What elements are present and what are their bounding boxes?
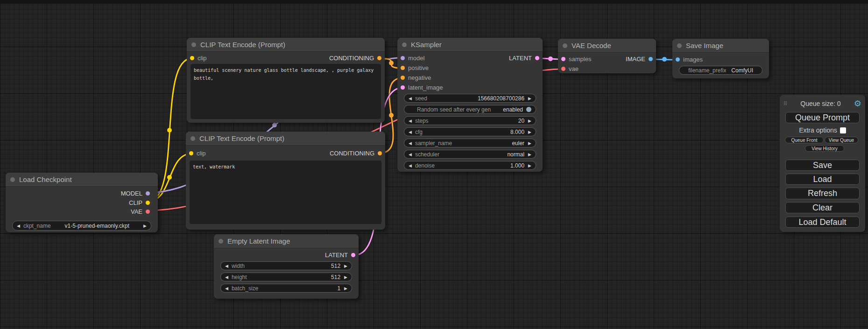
widget-scheduler[interactable]: ◀ scheduler normal ▶ (404, 150, 536, 159)
widget-denoise[interactable]: ◀ denoise 1.000 ▶ (404, 161, 536, 170)
queue-menu-panel: ⠿ Queue size: 0 ⚙ Queue Prompt Extra opt… (780, 95, 865, 232)
vae-output-dot[interactable] (146, 210, 150, 214)
clear-button[interactable]: Clear (785, 202, 860, 213)
slot-label: samples (569, 56, 591, 63)
view-history-button[interactable]: View History (805, 145, 844, 152)
collapse-dot-icon[interactable] (402, 42, 407, 47)
node-save-image: Save Image images filename_prefix ComfyU… (672, 39, 769, 78)
node-title-bar[interactable]: CLIP Text Encode (Prompt) (187, 38, 385, 52)
widget-label: seed (415, 95, 427, 102)
increment-arrow-icon[interactable]: ▶ (344, 264, 347, 268)
increment-arrow-icon[interactable]: ▶ (528, 141, 531, 146)
prompt-textarea[interactable]: beautiful scenery nature glass bottle la… (191, 64, 381, 119)
conditioning-output-dot[interactable] (377, 56, 381, 60)
decrement-arrow-icon[interactable]: ◀ (409, 96, 412, 101)
samples-input-dot[interactable] (561, 57, 565, 61)
node-title-bar[interactable]: CLIP Text Encode (Prompt) (186, 132, 385, 146)
model-output-dot[interactable] (146, 191, 150, 196)
conditioning-output-dot[interactable] (378, 151, 382, 155)
widget-sampler-name[interactable]: ◀ sampler_name euler ▶ (404, 139, 536, 147)
slot-label: latent_image (408, 84, 443, 91)
latent-image-input-dot[interactable] (401, 85, 405, 90)
load-default-button[interactable]: Load Default (785, 217, 860, 228)
widget-label: denoise (415, 162, 435, 169)
output-slot-conditioning: CONDITIONING (326, 148, 385, 158)
extra-options-checkbox[interactable] (840, 127, 846, 133)
widget-steps[interactable]: ◀ steps 20 ▶ (404, 116, 536, 125)
decrement-arrow-icon[interactable]: ◀ (225, 286, 228, 291)
refresh-button[interactable]: Refresh (785, 188, 860, 199)
widget-value: 512 (331, 274, 340, 280)
collapse-dot-icon[interactable] (191, 42, 196, 47)
latent-output-dot[interactable] (535, 56, 539, 60)
increment-arrow-icon[interactable]: ▶ (528, 163, 531, 168)
node-clip-text-encode-negative: CLIP Text Encode (Prompt) clip CONDITION… (186, 132, 385, 230)
increment-arrow-icon[interactable]: ▶ (344, 286, 347, 291)
decrement-arrow-icon[interactable]: ◀ (409, 163, 412, 168)
widget-random-seed-toggle[interactable]: Random seed after every gen enabled (404, 105, 536, 114)
output-slot-latent: LATENT (214, 250, 359, 260)
settings-gear-icon[interactable]: ⚙ (854, 99, 861, 108)
output-slot-vae: VAE (6, 207, 158, 216)
model-input-dot[interactable] (401, 56, 405, 60)
prompt-textarea[interactable]: text, watermark (190, 161, 381, 224)
widget-value: euler (512, 140, 524, 147)
clip-input-dot[interactable] (189, 151, 193, 155)
node-title: CLIP Text Encode (Prompt) (200, 41, 285, 49)
queue-front-button[interactable]: Queue Front (785, 137, 824, 143)
decrement-arrow-icon[interactable]: ◀ (409, 141, 412, 146)
collapse-dot-icon[interactable] (563, 43, 567, 48)
increment-arrow-icon[interactable]: ▶ (528, 96, 531, 101)
node-title-bar[interactable]: VAE Decode (558, 39, 656, 53)
slot-label: CONDITIONING (329, 55, 374, 62)
save-button[interactable]: Save (785, 160, 860, 171)
widget-value: enabled (503, 106, 523, 113)
widget-value: 512 (331, 263, 340, 269)
decrement-arrow-icon[interactable]: ◀ (17, 224, 20, 228)
latent-output-dot[interactable] (351, 253, 355, 257)
decrement-arrow-icon[interactable]: ◀ (409, 152, 412, 157)
node-title: KSampler (411, 41, 442, 49)
widget-ckpt-name[interactable]: ◀ ckpt_name v1-5-pruned-emaonly.ckpt ▶ (12, 221, 151, 231)
view-queue-button[interactable]: View Queue (825, 137, 858, 143)
decrement-arrow-icon[interactable]: ◀ (225, 275, 228, 280)
decrement-arrow-icon[interactable]: ◀ (409, 119, 412, 123)
queue-prompt-button[interactable]: Queue Prompt (785, 112, 860, 123)
input-slot-vae: vae (558, 64, 594, 74)
increment-arrow-icon[interactable]: ▶ (528, 130, 531, 134)
increment-arrow-icon[interactable]: ▶ (143, 224, 147, 228)
widget-batch-size[interactable]: ◀ batch_size 1 ▶ (220, 284, 352, 293)
node-title-bar[interactable]: Save Image (672, 39, 769, 53)
widget-width[interactable]: ◀ width 512 ▶ (220, 261, 352, 270)
vae-input-dot[interactable] (561, 67, 565, 71)
images-input-dot[interactable] (676, 57, 680, 62)
node-vae-decode: VAE Decode samples vae IMAGE (558, 39, 656, 73)
clip-input-dot[interactable] (190, 56, 194, 60)
widget-cfg[interactable]: ◀ cfg 8.000 ▶ (404, 127, 536, 136)
load-button[interactable]: Load (785, 174, 860, 185)
collapse-dot-icon[interactable] (191, 136, 195, 141)
increment-arrow-icon[interactable]: ▶ (344, 275, 347, 280)
increment-arrow-icon[interactable]: ▶ (528, 152, 531, 157)
negative-input-dot[interactable] (401, 76, 405, 80)
widget-seed[interactable]: ◀ seed 156680208700286 ▶ (404, 94, 536, 103)
collapse-dot-icon[interactable] (677, 43, 682, 48)
drag-handle-icon[interactable]: ⠿ (783, 101, 787, 107)
collapse-dot-icon[interactable] (219, 239, 223, 244)
node-title-bar[interactable]: Load Checkpoint (6, 173, 158, 187)
collapse-dot-icon[interactable] (10, 177, 15, 182)
widget-height[interactable]: ◀ height 512 ▶ (220, 273, 352, 281)
increment-arrow-icon[interactable]: ▶ (528, 119, 531, 123)
slot-label: images (683, 56, 703, 63)
image-output-dot[interactable] (649, 57, 653, 61)
widget-value: ComfyUI (731, 67, 753, 74)
node-title-bar[interactable]: KSampler (397, 38, 543, 52)
clip-output-dot[interactable] (146, 201, 150, 205)
decrement-arrow-icon[interactable]: ◀ (225, 264, 228, 268)
node-title-bar[interactable]: Empty Latent Image (214, 234, 359, 248)
toggle-dot[interactable] (526, 107, 531, 112)
slot-label: vae (569, 65, 579, 72)
positive-input-dot[interactable] (401, 66, 405, 70)
decrement-arrow-icon[interactable]: ◀ (409, 130, 412, 134)
widget-filename-prefix[interactable]: filename_prefix ComfyUI (679, 66, 762, 75)
